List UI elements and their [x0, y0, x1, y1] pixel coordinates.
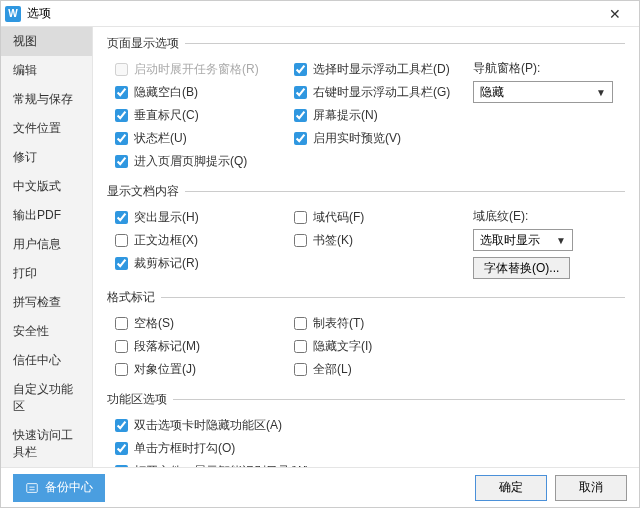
chevron-down-icon: ▼	[556, 235, 566, 246]
sidebar-item-user-info[interactable]: 用户信息	[1, 230, 92, 259]
ok-button[interactable]: 确定	[475, 475, 547, 501]
app-logo-icon: W	[5, 6, 21, 22]
sidebar-item-export-pdf[interactable]: 输出PDF	[1, 201, 92, 230]
sidebar-item-quick-access[interactable]: 快速访问工具栏	[1, 421, 92, 467]
chk-header-footer-hint[interactable]: 进入页眉页脚提示(Q)	[107, 150, 286, 173]
sidebar-item-file-location[interactable]: 文件位置	[1, 114, 92, 143]
chk-selection-float-toolbar[interactable]: 选择时显示浮动工具栏(D)	[286, 58, 465, 81]
options-dialog: W 选项 ✕ 视图 编辑 常规与保存 文件位置 修订 中文版式 输出PDF 用户…	[0, 0, 640, 508]
sidebar-item-cjk-layout[interactable]: 中文版式	[1, 172, 92, 201]
group-page-display: 页面显示选项 启动时展开任务窗格(R) 隐藏空白(B) 垂直标尺(C) 状态栏(…	[107, 35, 625, 177]
cancel-button[interactable]: 取消	[555, 475, 627, 501]
chk-hide-whitespace[interactable]: 隐藏空白(B)	[107, 81, 286, 104]
chk-screen-tip[interactable]: 屏幕提示(N)	[286, 104, 465, 127]
combo-nav-pane[interactable]: 隐藏▼	[473, 81, 613, 103]
sidebar-item-revision[interactable]: 修订	[1, 143, 92, 172]
group-ribbon-options-legend: 功能区选项	[107, 391, 173, 408]
chevron-down-icon: ▼	[596, 87, 606, 98]
chk-open-show-nav[interactable]: 打开文件，展示智能识别目录(W)	[107, 460, 625, 467]
chk-object-anchor[interactable]: 对象位置(J)	[107, 358, 286, 381]
chk-click-box-check[interactable]: 单击方框时打勾(O)	[107, 437, 625, 460]
chk-text-boundary[interactable]: 正文边框(X)	[107, 229, 286, 252]
sidebar-item-spellcheck[interactable]: 拼写检查	[1, 288, 92, 317]
sidebar-item-edit[interactable]: 编辑	[1, 56, 92, 85]
chk-tab[interactable]: 制表符(T)	[286, 312, 465, 335]
sidebar-item-general-save[interactable]: 常规与保存	[1, 85, 92, 114]
sidebar-item-print[interactable]: 打印	[1, 259, 92, 288]
chk-crop-mark[interactable]: 裁剪标记(R)	[107, 252, 286, 275]
backup-center-button[interactable]: 备份中心	[13, 474, 105, 502]
backup-icon	[25, 481, 39, 495]
close-button[interactable]: ✕	[595, 2, 635, 26]
sidebar-item-security[interactable]: 安全性	[1, 317, 92, 346]
group-doc-content-legend: 显示文档内容	[107, 183, 185, 200]
svg-rect-0	[27, 483, 38, 492]
sidebar-item-customize-ribbon[interactable]: 自定义功能区	[1, 375, 92, 421]
main-panel: 页面显示选项 启动时展开任务窗格(R) 隐藏空白(B) 垂直标尺(C) 状态栏(…	[93, 27, 639, 467]
chk-hidden-text[interactable]: 隐藏文字(I)	[286, 335, 465, 358]
dialog-body: 视图 编辑 常规与保存 文件位置 修订 中文版式 输出PDF 用户信息 打印 拼…	[1, 27, 639, 467]
group-page-display-legend: 页面显示选项	[107, 35, 185, 52]
group-ribbon-options: 功能区选项 双击选项卡时隐藏功能区(A) 单击方框时打勾(O) 打开文件，展示智…	[107, 391, 625, 467]
chk-paragraph-mark[interactable]: 段落标记(M)	[107, 335, 286, 358]
group-doc-content: 显示文档内容 突出显示(H) 正文边框(X) 裁剪标记(R) 域代码(F) 书签…	[107, 183, 625, 283]
chk-bookmark[interactable]: 书签(K)	[286, 229, 465, 252]
group-format-marks-legend: 格式标记	[107, 289, 161, 306]
combo-field-shading[interactable]: 选取时显示▼	[473, 229, 573, 251]
chk-field-code[interactable]: 域代码(F)	[286, 206, 465, 229]
chk-rightclick-float-toolbar[interactable]: 右键时显示浮动工具栏(G)	[286, 81, 465, 104]
chk-all[interactable]: 全部(L)	[286, 358, 465, 381]
chk-space[interactable]: 空格(S)	[107, 312, 286, 335]
sidebar: 视图 编辑 常规与保存 文件位置 修订 中文版式 输出PDF 用户信息 打印 拼…	[1, 27, 93, 467]
chk-live-preview[interactable]: 启用实时预览(V)	[286, 127, 465, 150]
group-format-marks: 格式标记 空格(S) 段落标记(M) 对象位置(J) 制表符(T) 隐藏文字(I…	[107, 289, 625, 385]
dialog-title: 选项	[27, 5, 595, 22]
sidebar-item-view[interactable]: 视图	[1, 27, 92, 56]
dialog-footer: 备份中心 确定 取消	[1, 467, 639, 507]
label-nav-pane: 导航窗格(P):	[465, 58, 625, 79]
chk-vertical-ruler[interactable]: 垂直标尺(C)	[107, 104, 286, 127]
titlebar: W 选项 ✕	[1, 1, 639, 27]
chk-highlight[interactable]: 突出显示(H)	[107, 206, 286, 229]
sidebar-item-trust-center[interactable]: 信任中心	[1, 346, 92, 375]
chk-status-bar[interactable]: 状态栏(U)	[107, 127, 286, 150]
chk-start-unfold-task: 启动时展开任务窗格(R)	[107, 58, 286, 81]
chk-dblclick-hide-ribbon[interactable]: 双击选项卡时隐藏功能区(A)	[107, 414, 625, 437]
label-field-shading: 域底纹(E):	[465, 206, 625, 227]
font-substitution-button[interactable]: 字体替换(O)...	[473, 257, 570, 279]
